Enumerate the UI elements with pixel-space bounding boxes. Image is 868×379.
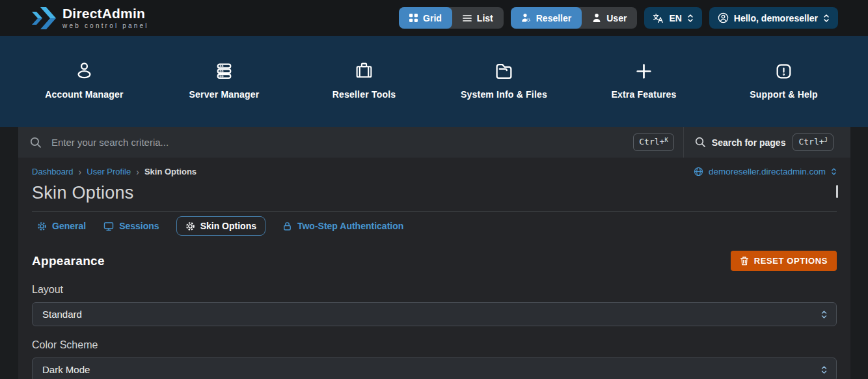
reset-options-label: RESET OPTIONS xyxy=(754,256,828,266)
nav-item-label: Account Manager xyxy=(45,89,123,100)
translate-icon xyxy=(653,13,664,23)
logo-subtitle: web control panel xyxy=(62,22,149,29)
nav-item-server-manager[interactable]: Server Manager xyxy=(154,36,294,127)
search-bar: Ctrl+K Search for pages Ctrl+J xyxy=(18,127,850,158)
view-toggle: Grid List xyxy=(399,7,504,29)
directadmin-logo[interactable]: DirectAdmin web control panel xyxy=(31,7,149,30)
breadcrumb: Dashboard › User Profile › Skin Options xyxy=(32,167,197,176)
chevron-right-icon: › xyxy=(136,167,139,176)
nav-item-label: System Info & Files xyxy=(461,89,547,100)
tab-label: Two-Step Authentication xyxy=(297,221,403,231)
profile-tabs: General Sessions Skin Options xyxy=(36,216,837,236)
color-scheme-select[interactable]: Dark Mode xyxy=(32,358,837,379)
topbar: DirectAdmin web control panel Grid xyxy=(0,0,868,36)
user-menu[interactable]: Hello, demoreseller xyxy=(709,7,838,29)
list-label: List xyxy=(477,13,493,23)
chevron-up-down-icon xyxy=(687,14,694,23)
globe-icon xyxy=(694,167,703,176)
person-circle-icon xyxy=(718,12,729,23)
shortcut-key: J xyxy=(824,137,828,143)
scrollbar-thumb[interactable] xyxy=(836,185,838,198)
main-navigation: Account Manager Server Manager Reseller … xyxy=(0,36,868,127)
breadcrumb-current: Skin Options xyxy=(144,167,197,176)
briefcase-icon xyxy=(354,61,374,81)
language-selector[interactable]: EN xyxy=(644,7,701,29)
chevron-up-down-icon xyxy=(823,14,830,23)
shortcut-key: K xyxy=(664,137,668,143)
search-icon xyxy=(695,137,706,148)
greeting-label: Hello, demoreseller xyxy=(734,13,818,23)
nav-item-label: Support & Help xyxy=(750,89,818,100)
nav-item-label: Reseller Tools xyxy=(332,89,396,100)
tab-skin-options[interactable]: Skin Options xyxy=(176,216,265,236)
chevron-up-down-icon xyxy=(821,310,828,319)
chevron-right-icon: › xyxy=(79,167,82,176)
tab-sessions[interactable]: Sessions xyxy=(103,216,159,236)
reset-options-button[interactable]: RESET OPTIONS xyxy=(731,251,837,271)
person-icon xyxy=(74,61,94,81)
layout-label: Layout xyxy=(32,284,837,296)
layout-value: Standard xyxy=(42,309,82,320)
search-pages-label: Search for pages xyxy=(712,137,786,148)
tab-two-step-authentication[interactable]: Two-Step Authentication xyxy=(282,216,404,236)
plus-icon xyxy=(634,61,654,81)
user-label: User xyxy=(606,13,627,23)
nav-item-account-manager[interactable]: Account Manager xyxy=(14,36,154,127)
language-label: EN xyxy=(669,13,681,23)
search-shortcut-badge[interactable]: Ctrl+K xyxy=(633,133,674,151)
breadcrumb-user-profile[interactable]: User Profile xyxy=(87,167,131,176)
pages-shortcut-badge: Ctrl+J xyxy=(793,133,834,151)
role-toggle: Reseller User xyxy=(511,7,638,29)
title-divider xyxy=(32,211,837,212)
shortcut-prefix: Ctrl+ xyxy=(798,137,824,147)
breadcrumb-dashboard[interactable]: Dashboard xyxy=(32,167,74,176)
tab-general[interactable]: General xyxy=(36,216,87,236)
grid-view-button[interactable]: Grid xyxy=(399,7,452,29)
chevron-up-down-icon xyxy=(831,167,837,176)
logo-title: DirectAdmin xyxy=(62,7,149,20)
domain-selector[interactable]: demoreseller.directadmin.com xyxy=(694,167,837,176)
folder-icon xyxy=(494,61,514,81)
tab-label: General xyxy=(52,221,86,231)
directadmin-logo-icon xyxy=(31,7,57,30)
nav-item-reseller-tools[interactable]: Reseller Tools xyxy=(294,36,434,127)
breadcrumb-row: Dashboard › User Profile › Skin Options … xyxy=(18,158,850,176)
reseller-icon xyxy=(521,13,531,23)
page-title: Skin Options xyxy=(32,183,837,203)
tab-label: Sessions xyxy=(119,221,159,231)
trash-icon xyxy=(740,256,749,266)
nav-item-label: Extra Features xyxy=(611,89,676,100)
user-button[interactable]: User xyxy=(582,7,637,29)
color-scheme-label: Color Scheme xyxy=(32,339,837,351)
topbar-actions: Grid List Res xyxy=(399,7,838,29)
grid-label: Grid xyxy=(423,13,442,23)
reseller-label: Reseller xyxy=(536,13,571,23)
gear-icon xyxy=(185,221,195,231)
nav-item-extra-features[interactable]: Extra Features xyxy=(574,36,714,127)
nav-item-support-help[interactable]: Support & Help xyxy=(714,36,854,127)
layout-select[interactable]: Standard xyxy=(32,302,837,326)
lock-icon xyxy=(282,221,292,231)
appearance-header: Appearance RESET OPTIONS xyxy=(32,251,837,271)
monitor-icon xyxy=(103,221,114,231)
gear-icon xyxy=(37,221,47,231)
alert-icon xyxy=(774,61,794,81)
list-view-button[interactable]: List xyxy=(452,7,504,29)
appearance-heading: Appearance xyxy=(32,254,105,268)
nav-item-label: Server Manager xyxy=(189,89,260,100)
shortcut-prefix: Ctrl+ xyxy=(639,137,664,147)
nav-item-system-info-files[interactable]: System Info & Files xyxy=(434,36,574,127)
search-icon xyxy=(30,137,42,148)
grid-icon xyxy=(409,14,418,22)
server-icon xyxy=(214,61,234,81)
user-icon xyxy=(592,13,601,23)
tab-label: Skin Options xyxy=(200,221,256,231)
domain-label: demoreseller.directadmin.com xyxy=(709,167,826,176)
color-scheme-value: Dark Mode xyxy=(42,364,90,375)
search-input[interactable] xyxy=(50,136,633,148)
list-icon xyxy=(463,14,472,22)
search-for-pages[interactable]: Search for pages Ctrl+J xyxy=(684,133,834,151)
chevron-up-down-icon xyxy=(821,365,828,374)
content-panel: Ctrl+K Search for pages Ctrl+J Dashboard… xyxy=(18,127,850,379)
reseller-button[interactable]: Reseller xyxy=(511,7,582,29)
